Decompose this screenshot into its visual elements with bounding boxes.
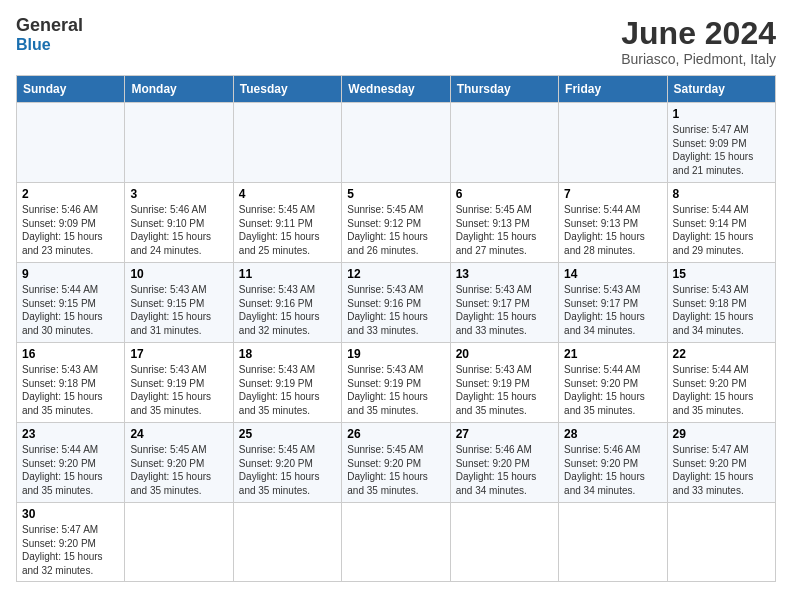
day-info: Sunrise: 5:43 AM Sunset: 9:19 PM Dayligh… <box>456 363 553 417</box>
calendar-cell <box>450 503 558 582</box>
day-number: 28 <box>564 427 661 441</box>
calendar-cell: 8Sunrise: 5:44 AM Sunset: 9:14 PM Daylig… <box>667 183 775 263</box>
day-info: Sunrise: 5:45 AM Sunset: 9:20 PM Dayligh… <box>130 443 227 497</box>
day-number: 22 <box>673 347 770 361</box>
day-info: Sunrise: 5:43 AM Sunset: 9:18 PM Dayligh… <box>22 363 119 417</box>
logo-general-text: General <box>16 16 83 36</box>
weekday-header-wednesday: Wednesday <box>342 76 450 103</box>
day-number: 29 <box>673 427 770 441</box>
day-number: 17 <box>130 347 227 361</box>
day-info: Sunrise: 5:46 AM Sunset: 9:20 PM Dayligh… <box>456 443 553 497</box>
logo-blue-text: Blue <box>16 36 83 54</box>
calendar-cell: 22Sunrise: 5:44 AM Sunset: 9:20 PM Dayli… <box>667 343 775 423</box>
calendar-cell <box>342 103 450 183</box>
calendar-cell: 11Sunrise: 5:43 AM Sunset: 9:16 PM Dayli… <box>233 263 341 343</box>
calendar-cell: 30Sunrise: 5:47 AM Sunset: 9:20 PM Dayli… <box>17 503 125 582</box>
calendar-cell: 4Sunrise: 5:45 AM Sunset: 9:11 PM Daylig… <box>233 183 341 263</box>
day-number: 27 <box>456 427 553 441</box>
day-number: 16 <box>22 347 119 361</box>
day-number: 6 <box>456 187 553 201</box>
day-info: Sunrise: 5:46 AM Sunset: 9:10 PM Dayligh… <box>130 203 227 257</box>
day-number: 5 <box>347 187 444 201</box>
day-info: Sunrise: 5:45 AM Sunset: 9:13 PM Dayligh… <box>456 203 553 257</box>
week-row-2: 2Sunrise: 5:46 AM Sunset: 9:09 PM Daylig… <box>17 183 776 263</box>
day-info: Sunrise: 5:43 AM Sunset: 9:16 PM Dayligh… <box>347 283 444 337</box>
day-info: Sunrise: 5:44 AM Sunset: 9:14 PM Dayligh… <box>673 203 770 257</box>
calendar-table: SundayMondayTuesdayWednesdayThursdayFrid… <box>16 75 776 582</box>
calendar-cell: 19Sunrise: 5:43 AM Sunset: 9:19 PM Dayli… <box>342 343 450 423</box>
calendar-cell: 6Sunrise: 5:45 AM Sunset: 9:13 PM Daylig… <box>450 183 558 263</box>
calendar-cell <box>559 103 667 183</box>
day-number: 9 <box>22 267 119 281</box>
calendar-cell <box>125 103 233 183</box>
day-number: 11 <box>239 267 336 281</box>
weekday-header-thursday: Thursday <box>450 76 558 103</box>
calendar-cell: 25Sunrise: 5:45 AM Sunset: 9:20 PM Dayli… <box>233 423 341 503</box>
day-number: 12 <box>347 267 444 281</box>
day-info: Sunrise: 5:43 AM Sunset: 9:19 PM Dayligh… <box>130 363 227 417</box>
calendar-cell: 27Sunrise: 5:46 AM Sunset: 9:20 PM Dayli… <box>450 423 558 503</box>
day-number: 3 <box>130 187 227 201</box>
calendar-cell: 7Sunrise: 5:44 AM Sunset: 9:13 PM Daylig… <box>559 183 667 263</box>
day-info: Sunrise: 5:43 AM Sunset: 9:17 PM Dayligh… <box>456 283 553 337</box>
logo: General Blue General Blue <box>16 16 83 53</box>
week-row-5: 23Sunrise: 5:44 AM Sunset: 9:20 PM Dayli… <box>17 423 776 503</box>
calendar-cell <box>233 503 341 582</box>
day-number: 20 <box>456 347 553 361</box>
calendar-cell: 9Sunrise: 5:44 AM Sunset: 9:15 PM Daylig… <box>17 263 125 343</box>
calendar-cell <box>342 503 450 582</box>
day-info: Sunrise: 5:45 AM Sunset: 9:20 PM Dayligh… <box>239 443 336 497</box>
weekday-header-monday: Monday <box>125 76 233 103</box>
week-row-4: 16Sunrise: 5:43 AM Sunset: 9:18 PM Dayli… <box>17 343 776 423</box>
calendar-cell: 12Sunrise: 5:43 AM Sunset: 9:16 PM Dayli… <box>342 263 450 343</box>
header: General Blue General Blue June 2024 Buri… <box>16 16 776 67</box>
calendar-cell: 5Sunrise: 5:45 AM Sunset: 9:12 PM Daylig… <box>342 183 450 263</box>
calendar-cell: 15Sunrise: 5:43 AM Sunset: 9:18 PM Dayli… <box>667 263 775 343</box>
day-info: Sunrise: 5:43 AM Sunset: 9:18 PM Dayligh… <box>673 283 770 337</box>
day-number: 13 <box>456 267 553 281</box>
calendar-cell: 14Sunrise: 5:43 AM Sunset: 9:17 PM Dayli… <box>559 263 667 343</box>
calendar-cell: 3Sunrise: 5:46 AM Sunset: 9:10 PM Daylig… <box>125 183 233 263</box>
title-section: June 2024 Buriasco, Piedmont, Italy <box>621 16 776 67</box>
calendar-cell <box>450 103 558 183</box>
calendar-cell: 17Sunrise: 5:43 AM Sunset: 9:19 PM Dayli… <box>125 343 233 423</box>
day-number: 1 <box>673 107 770 121</box>
day-number: 24 <box>130 427 227 441</box>
day-number: 10 <box>130 267 227 281</box>
weekday-header-tuesday: Tuesday <box>233 76 341 103</box>
day-number: 18 <box>239 347 336 361</box>
weekday-header-friday: Friday <box>559 76 667 103</box>
day-info: Sunrise: 5:44 AM Sunset: 9:20 PM Dayligh… <box>564 363 661 417</box>
weekday-header-row: SundayMondayTuesdayWednesdayThursdayFrid… <box>17 76 776 103</box>
day-info: Sunrise: 5:43 AM Sunset: 9:19 PM Dayligh… <box>347 363 444 417</box>
week-row-6: 30Sunrise: 5:47 AM Sunset: 9:20 PM Dayli… <box>17 503 776 582</box>
weekday-header-sunday: Sunday <box>17 76 125 103</box>
calendar-subtitle: Buriasco, Piedmont, Italy <box>621 51 776 67</box>
day-number: 25 <box>239 427 336 441</box>
calendar-cell <box>17 103 125 183</box>
day-info: Sunrise: 5:43 AM Sunset: 9:16 PM Dayligh… <box>239 283 336 337</box>
day-info: Sunrise: 5:47 AM Sunset: 9:20 PM Dayligh… <box>22 523 119 577</box>
day-info: Sunrise: 5:43 AM Sunset: 9:15 PM Dayligh… <box>130 283 227 337</box>
calendar-cell <box>233 103 341 183</box>
week-row-3: 9Sunrise: 5:44 AM Sunset: 9:15 PM Daylig… <box>17 263 776 343</box>
calendar-cell: 2Sunrise: 5:46 AM Sunset: 9:09 PM Daylig… <box>17 183 125 263</box>
day-info: Sunrise: 5:45 AM Sunset: 9:12 PM Dayligh… <box>347 203 444 257</box>
day-info: Sunrise: 5:46 AM Sunset: 9:20 PM Dayligh… <box>564 443 661 497</box>
calendar-title: June 2024 <box>621 16 776 51</box>
calendar-cell: 13Sunrise: 5:43 AM Sunset: 9:17 PM Dayli… <box>450 263 558 343</box>
day-info: Sunrise: 5:43 AM Sunset: 9:19 PM Dayligh… <box>239 363 336 417</box>
day-number: 21 <box>564 347 661 361</box>
day-info: Sunrise: 5:44 AM Sunset: 9:13 PM Dayligh… <box>564 203 661 257</box>
day-number: 7 <box>564 187 661 201</box>
calendar-cell <box>125 503 233 582</box>
day-info: Sunrise: 5:44 AM Sunset: 9:15 PM Dayligh… <box>22 283 119 337</box>
day-info: Sunrise: 5:46 AM Sunset: 9:09 PM Dayligh… <box>22 203 119 257</box>
day-number: 4 <box>239 187 336 201</box>
day-number: 30 <box>22 507 119 521</box>
day-info: Sunrise: 5:43 AM Sunset: 9:17 PM Dayligh… <box>564 283 661 337</box>
day-number: 23 <box>22 427 119 441</box>
calendar-cell: 20Sunrise: 5:43 AM Sunset: 9:19 PM Dayli… <box>450 343 558 423</box>
calendar-cell: 23Sunrise: 5:44 AM Sunset: 9:20 PM Dayli… <box>17 423 125 503</box>
day-number: 2 <box>22 187 119 201</box>
